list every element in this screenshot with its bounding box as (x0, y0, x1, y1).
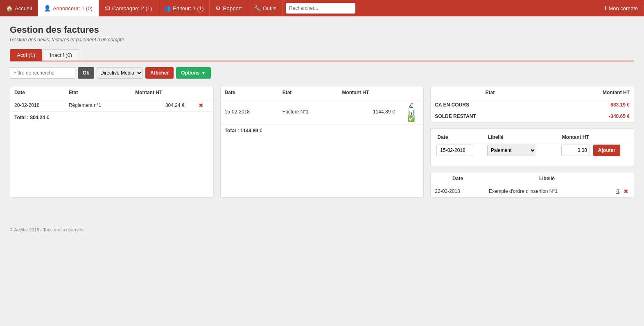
fac-col-montant: Montant HT (338, 86, 399, 99)
fac-col-actions (399, 86, 423, 99)
table-row: 20-02-2018 Règlement n°1 804.24 € ✖ (10, 99, 213, 112)
facture-table: Date Etat Montant HT 15-02-2018 Facture … (221, 86, 424, 136)
pay-date-input[interactable] (436, 145, 473, 156)
summary-table: Etat Montant HT CA EN COURS 683.19 € SOL… (431, 86, 634, 122)
pay-col-date: Date (435, 133, 485, 142)
delete-reglement-button[interactable]: ✖ (198, 102, 204, 109)
payment-panel: Date Libellé Montant HT Paiemen (430, 128, 634, 166)
search-input[interactable] (286, 3, 355, 14)
table-row: SOLDE RESTANT -340.65 € (431, 111, 634, 122)
pay-date-cell (435, 142, 485, 159)
sum-etat-1: SOLDE RESTANT (431, 111, 549, 122)
ajouter-button[interactable]: Ajouter (593, 145, 620, 156)
nav-accueil[interactable]: 🏠 Accueil (0, 0, 38, 16)
reglement-panel: Date Etat Montant HT 20-02-2018 Règlemen… (10, 86, 214, 198)
ord-actions: 🖨 ✖ (609, 185, 634, 198)
navbar-right: ℹ Mon compte (599, 0, 644, 16)
sum-col-etat: Etat (431, 86, 549, 99)
print-order-button[interactable]: 🖨 (614, 188, 621, 195)
navbar: 🏠 Accueil 👤 Annonceur: 1 (0) 🏷 Campagne:… (0, 0, 644, 16)
table-row: 22-02-2018 Exemple d'ordre d'insertion N… (431, 185, 634, 198)
ord-date: 22-02-2018 (431, 185, 485, 198)
ord-col-libelle: Libellé (485, 172, 609, 185)
reg-total-label: Total : 804.24 € (10, 112, 131, 124)
reg-date: 20-02-2018 (10, 99, 65, 112)
table-row: 15-02-2018 Facture N°1 1144.89 € 🖨 📊 ✅ (221, 99, 424, 125)
fac-total-label: Total : 1144.89 € (221, 125, 338, 137)
pay-libelle-select[interactable]: Paiement (487, 145, 536, 156)
reg-col-montant: Montant HT (131, 86, 188, 99)
client-select[interactable]: Directive Media (97, 67, 143, 79)
fac-col-date: Date (221, 86, 278, 99)
fac-montant: 1144.89 € (338, 99, 399, 125)
order-panel: Date Libellé 22-02-2018 Exemple d'ordre … (430, 172, 634, 198)
fac-date: 15-02-2018 (221, 99, 278, 125)
summary-panel: Etat Montant HT CA EN COURS 683.19 € SOL… (430, 86, 634, 122)
info-icon: ℹ (605, 5, 607, 11)
sum-montant-1: -340.65 € (549, 111, 634, 122)
options-button[interactable]: Options ▼ (176, 67, 211, 79)
right-column: Etat Montant HT CA EN COURS 683.19 € SOL… (430, 86, 634, 198)
gear-icon: ⚙ (215, 5, 221, 11)
validate-facture-button[interactable]: ✅ (407, 115, 416, 122)
chart-facture-button[interactable]: 📊 (407, 109, 416, 115)
reg-etat: Règlement n°1 (65, 99, 131, 112)
filter-bar: Ok Directive Media Afficher Options ▼ (10, 67, 634, 79)
users-icon: 👥 (164, 5, 171, 11)
main-grid: Date Etat Montant HT 20-02-2018 Règlemen… (10, 86, 634, 198)
search-container (286, 0, 355, 16)
reg-col-actions (189, 86, 213, 99)
reg-actions: ✖ (189, 99, 213, 112)
nav-mon-compte[interactable]: ℹ Mon compte (599, 5, 644, 11)
wrench-icon: 🔧 (254, 5, 261, 11)
nav-annonceur[interactable]: 👤 Annonceur: 1 (0) (38, 0, 99, 16)
ord-col-date: Date (431, 172, 485, 185)
afficher-button[interactable]: Afficher (145, 67, 174, 79)
delete-order-button[interactable]: ✖ (623, 188, 629, 195)
page-content: Gestion des factures Gestion des devis, … (0, 16, 644, 206)
nav-rapport[interactable]: ⚙ Rapport (210, 0, 248, 16)
footer: © Advibe 2018 - Tous droits réservés (0, 222, 644, 237)
pay-montant-input[interactable] (561, 145, 590, 156)
pay-montant-cell (551, 142, 592, 159)
pay-add-cell: Ajouter (592, 142, 630, 159)
payment-row: Paiement Ajouter (435, 142, 630, 159)
payment-header-table: Date Libellé Montant HT Paiemen (435, 133, 630, 158)
tab-bar: Actif (1) Inactif (0) (10, 49, 634, 61)
user-icon: 👤 (44, 5, 51, 11)
sum-col-montant: Montant HT (549, 86, 634, 99)
print-facture-button[interactable]: 🖨 (407, 102, 415, 109)
filter-input[interactable] (10, 67, 75, 79)
reg-col-etat: Etat (65, 86, 131, 99)
nav-campagne[interactable]: 🏷 Campagne: 2 (1) (99, 0, 158, 16)
footer-text: © Advibe 2018 - Tous droits réservés (10, 227, 84, 232)
table-row: CA EN COURS 683.19 € (431, 99, 634, 111)
page-title: Gestion des factures (10, 25, 634, 35)
tab-inactif[interactable]: Inactif (0) (43, 49, 79, 61)
facture-panel: Date Etat Montant HT 15-02-2018 Facture … (220, 86, 424, 198)
reg-col-date: Date (10, 86, 65, 99)
reg-montant: 804.24 € (131, 99, 188, 112)
sum-etat-0: CA EN COURS (431, 99, 549, 111)
nav-editeur[interactable]: 👥 Editeur: 1 (1) (158, 0, 210, 16)
order-table: Date Libellé 22-02-2018 Exemple d'ordre … (431, 172, 634, 197)
nav-outils[interactable]: 🔧 Outils (248, 0, 282, 16)
pay-col-libelle: Libellé (486, 133, 551, 142)
tab-actif[interactable]: Actif (1) (10, 49, 42, 61)
tag-icon: 🏷 (104, 5, 110, 11)
fac-etat: Facture N°1 (278, 99, 338, 125)
fac-col-etat: Etat (278, 86, 338, 99)
fac-actions: 🖨 📊 ✅ (399, 99, 423, 125)
ord-col-actions (609, 172, 634, 185)
ok-button[interactable]: Ok (78, 67, 94, 79)
reglement-table: Date Etat Montant HT 20-02-2018 Règlemen… (10, 86, 213, 123)
sum-montant-0: 683.19 € (549, 99, 634, 111)
ord-libelle: Exemple d'ordre d'insertion N°1 (485, 185, 609, 198)
pay-col-montant: Montant HT (551, 133, 592, 142)
pay-libelle-cell: Paiement (486, 142, 551, 159)
home-icon: 🏠 (6, 5, 13, 11)
page-subtitle: Gestion des devis, factures et paiement … (10, 37, 634, 43)
